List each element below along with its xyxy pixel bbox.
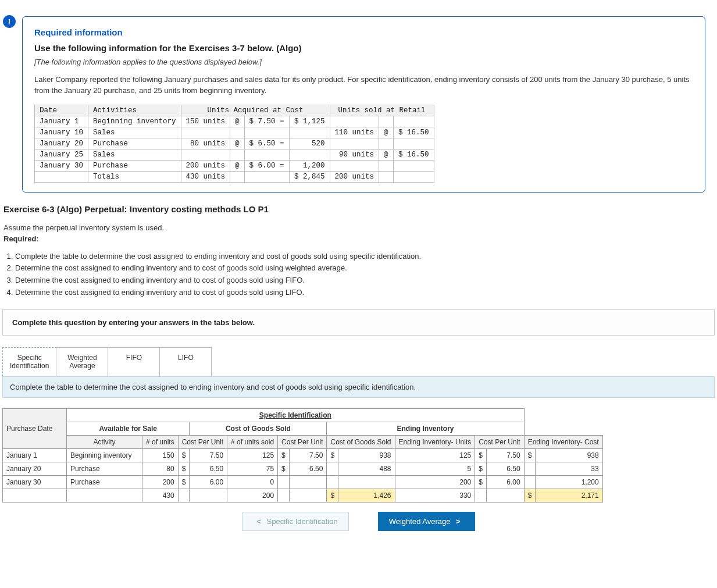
currency-symbol: $ — [475, 462, 487, 475]
cell-units[interactable]: 200 — [142, 475, 179, 489]
requirement-item: Complete the table to determine the cost… — [15, 251, 714, 263]
cell-ei-units[interactable]: 5 — [395, 462, 475, 475]
cell-cpu[interactable] — [190, 489, 227, 502]
table-cell — [379, 116, 394, 127]
currency-symbol — [327, 462, 338, 475]
group-ending: Ending Inventory — [327, 422, 524, 435]
cell-cogs[interactable]: 938 — [338, 448, 395, 462]
cell-ei-cost[interactable]: 33 — [536, 462, 602, 475]
col-cpu: Cost Per Unit — [178, 435, 227, 448]
alert-icon: ! — [3, 15, 16, 28]
table-cell: @ — [230, 116, 245, 127]
table-cell — [289, 127, 330, 138]
currency-symbol — [278, 475, 290, 489]
cell-ei-cost[interactable]: 938 — [536, 448, 602, 462]
cell-activity[interactable] — [67, 489, 142, 502]
currency-symbol: $ — [278, 448, 290, 462]
table-cell: Sales — [88, 149, 181, 160]
cell-ei-units[interactable]: 125 — [395, 448, 475, 462]
table-cell: $ 16.50 — [393, 149, 434, 160]
col-units-sold: # of units sold — [227, 435, 278, 448]
cell-activity[interactable]: Purchase — [67, 475, 142, 489]
cell-cpu-sold[interactable]: 7.50 — [289, 448, 327, 462]
tab-lifo[interactable]: LIFO — [159, 347, 212, 376]
cell-date[interactable]: January 30 — [3, 475, 67, 489]
currency-symbol — [475, 489, 487, 502]
table-cell — [393, 116, 434, 127]
cell-cpu[interactable]: 7.50 — [190, 448, 227, 462]
cell-units[interactable]: 150 — [142, 448, 179, 462]
cell-units-sold[interactable]: 0 — [227, 475, 278, 489]
cell-cogs[interactable] — [338, 475, 395, 489]
col-activities: Activities — [88, 105, 181, 116]
table-cell — [379, 160, 394, 171]
answer-table-wrap: Purchase Date Specific Identification Av… — [2, 408, 715, 503]
cell-ei-cost[interactable]: 2,171 — [536, 489, 602, 502]
currency-symbol: $ — [475, 475, 487, 489]
cell-units[interactable]: 80 — [142, 462, 179, 475]
table-cell — [35, 171, 88, 182]
tab-fifo[interactable]: FIFO — [108, 347, 160, 376]
table-cell — [330, 116, 379, 127]
cell-cpu-ei[interactable]: 6.50 — [486, 462, 524, 475]
cell-units-sold[interactable]: 200 — [227, 489, 278, 502]
table-cell: @ — [379, 127, 394, 138]
tab-specific[interactable]: SpecificIdentification — [2, 347, 56, 376]
table-cell: 150 units — [181, 116, 230, 127]
cell-ei-units[interactable]: 330 — [395, 489, 475, 502]
col-activity: Activity — [67, 435, 142, 448]
tab-weighted[interactable]: WeightedAverage — [56, 347, 108, 376]
cell-cpu-ei[interactable]: 6.00 — [486, 475, 524, 489]
table-cell: January 30 — [35, 160, 88, 171]
cell-cpu-sold[interactable] — [289, 489, 327, 502]
table-cell: $ 6.00 = — [244, 160, 289, 171]
table-cell — [230, 171, 245, 182]
cell-units-sold[interactable]: 75 — [227, 462, 278, 475]
cell-cpu[interactable]: 6.50 — [190, 462, 227, 475]
cell-activity[interactable]: Purchase — [67, 462, 142, 475]
table-cell: Sales — [88, 127, 181, 138]
cell-cpu-ei[interactable] — [486, 489, 524, 502]
currency-symbol — [524, 475, 536, 489]
tabs: SpecificIdentificationWeightedAverageFIF… — [2, 347, 715, 376]
cell-cpu-ei[interactable]: 7.50 — [486, 448, 524, 462]
cell-date[interactable]: January 20 — [3, 462, 67, 475]
table-cell: January 20 — [35, 138, 88, 149]
table-cell: 80 units — [181, 138, 230, 149]
cell-date[interactable] — [3, 489, 67, 502]
cell-cogs[interactable]: 488 — [338, 462, 395, 475]
currency-symbol: $ — [524, 448, 536, 462]
cell-cpu-sold[interactable]: 6.50 — [289, 462, 327, 475]
cell-units-sold[interactable]: 125 — [227, 448, 278, 462]
col-num-units: # of units — [142, 435, 179, 448]
required-info-title: Required information — [34, 27, 693, 37]
next-button[interactable]: Weighted Average > — [378, 512, 475, 531]
cell-cpu[interactable]: 6.00 — [190, 475, 227, 489]
cell-date[interactable]: January 1 — [3, 448, 67, 462]
currency-symbol — [278, 489, 290, 502]
cell-ei-cost[interactable]: 1,200 — [536, 475, 602, 489]
cell-cpu-sold[interactable] — [289, 475, 327, 489]
cell-ei-units[interactable]: 200 — [395, 475, 475, 489]
currency-symbol — [178, 489, 190, 502]
required-label: Required: — [3, 234, 39, 243]
requirement-item: Determine the cost assigned to ending in… — [15, 262, 714, 275]
instruction-bar: Complete this question by entering your … — [2, 309, 715, 336]
cell-activity[interactable]: Beginning inventory — [67, 448, 142, 462]
table-cell: 90 units — [330, 149, 379, 160]
scenario-text: Laker Company reported the following Jan… — [34, 74, 693, 97]
table-cell — [393, 160, 434, 171]
assume-block: Assume the perpetual inventory system is… — [3, 222, 714, 245]
use-following-line: Use the following information for the Ex… — [34, 43, 693, 53]
table-cell: 200 units — [181, 160, 230, 171]
table-cell: January 25 — [35, 149, 88, 160]
group-available: Available for Sale — [67, 422, 190, 435]
next-label: Weighted Average — [389, 517, 451, 526]
cell-cogs[interactable]: 1,426 — [338, 489, 395, 502]
table-cell: @ — [379, 149, 394, 160]
cell-units[interactable]: 430 — [142, 489, 179, 502]
table-cell: $ 6.50 = — [244, 138, 289, 149]
table-cell: $ 7.50 = — [244, 116, 289, 127]
info-card: Required information Use the following i… — [22, 16, 705, 193]
currency-symbol: $ — [524, 489, 536, 502]
